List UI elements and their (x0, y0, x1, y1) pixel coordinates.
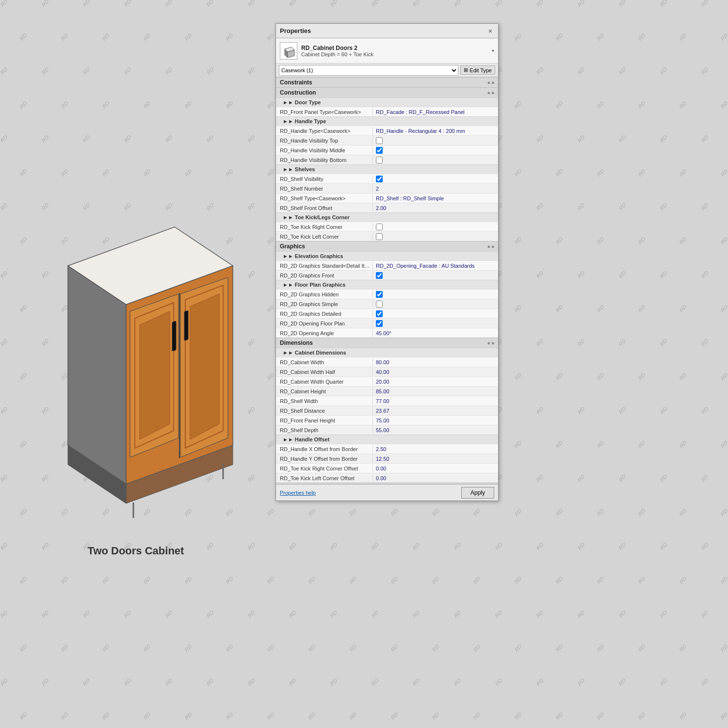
section-header-graphics[interactable]: Graphics« » (276, 241, 498, 251)
property-row: RD_Shelf Front Offset2.00 (276, 203, 498, 212)
watermark-text: RD (596, 100, 605, 110)
close-button[interactable]: × (486, 27, 494, 35)
watermark-text: RD (307, 575, 317, 585)
section-header-construction[interactable]: Construction« » (276, 87, 498, 97)
watermark-text: RD (348, 575, 358, 585)
watermark-text: RD (576, 0, 586, 8)
property-value[interactable] (373, 146, 498, 155)
property-value[interactable] (373, 290, 498, 299)
group-row[interactable]: ►► Elevation Graphics (276, 251, 498, 260)
watermark-text: RD (329, 0, 339, 8)
property-checkbox[interactable] (376, 176, 383, 182)
watermark-text: RD (411, 541, 421, 551)
watermark-text: RD (554, 32, 564, 42)
watermark-text: RD (348, 507, 358, 517)
watermark-text: RD (678, 32, 688, 42)
property-checkbox[interactable] (376, 301, 383, 307)
property-row: RD_Toe Kick Left Corner (276, 231, 498, 241)
property-row: RD_Handle X Offset from Border2.50 (276, 444, 498, 453)
property-value: RD_Shelf : RD_Shelf Simple (373, 194, 498, 202)
component-desc: Cabinet Depth = 60 + Toe Kick (301, 51, 488, 57)
property-name: RD_Shelf Front Offset (276, 204, 373, 212)
panel-toolbar: Casework (1) ⊞ Edit Type (276, 64, 498, 77)
property-value[interactable] (373, 232, 498, 241)
apply-button[interactable]: Apply (461, 487, 494, 499)
property-value[interactable] (373, 175, 498, 183)
group-row[interactable]: ►► Toe Kick/Legs Corner (276, 212, 498, 222)
watermark-text: RD (617, 0, 627, 8)
property-checkbox[interactable] (376, 157, 383, 163)
property-value[interactable] (373, 271, 498, 280)
property-value: 40.00 (373, 368, 498, 376)
watermark-text: RD (513, 439, 523, 449)
property-name: RD_2D Graphics Standard<Detail Items> (276, 262, 373, 270)
section-header-dimensions[interactable]: Dimensions« » (276, 338, 498, 348)
property-name: RD_Front Panel Type<Casework> (276, 108, 373, 116)
property-value-text: 23.67 (376, 408, 389, 414)
property-value[interactable] (373, 319, 498, 328)
watermark-text: RD (513, 304, 523, 313)
group-row[interactable]: ►► Cabinet Dimensions (276, 348, 498, 357)
property-row: RD_2D Opening Floor Plan (276, 318, 498, 328)
watermark-text: RD (453, 609, 462, 619)
watermark-text: RD (576, 66, 586, 76)
watermark-text: RD (513, 168, 523, 178)
component-icon (280, 42, 297, 60)
watermark-text: RD (596, 236, 605, 245)
watermark-text: RD (576, 677, 586, 687)
property-checkbox[interactable] (376, 320, 383, 327)
property-value[interactable] (373, 300, 498, 308)
edit-type-button[interactable]: ⊞ Edit Type (460, 65, 495, 75)
property-row: RD_Toe Kick Right Corner (276, 222, 498, 231)
watermark-text: RD (637, 168, 647, 178)
property-checkbox[interactable] (376, 137, 383, 144)
property-value-text: 2.00 (376, 205, 386, 211)
property-checkbox[interactable] (376, 233, 383, 240)
property-value[interactable] (373, 223, 498, 231)
watermark-text: RD (348, 711, 358, 721)
type-selector[interactable]: Casework (1) (279, 65, 458, 76)
group-row[interactable]: ►► Handle Offset (276, 435, 498, 444)
svg-rect-11 (184, 310, 188, 340)
property-name: RD_Handle Visibility Top (276, 137, 373, 145)
property-value[interactable] (373, 156, 498, 164)
property-value-text: 20.00 (376, 379, 389, 385)
watermark-text: RD (659, 134, 668, 144)
group-row[interactable]: ►► Floor Plan Graphics (276, 280, 498, 289)
watermark-text: RD (700, 677, 710, 687)
property-checkbox[interactable] (376, 272, 383, 279)
watermark-text: RD (554, 439, 564, 449)
component-name: RD_Cabinet Doors 2 (301, 45, 488, 51)
property-checkbox[interactable] (376, 291, 383, 298)
panel-content[interactable]: Constraints« »Construction« »►► Door Typ… (276, 77, 498, 484)
property-name: RD_Cabinet Width Half (276, 368, 373, 376)
property-value: 77.00 (373, 397, 498, 405)
property-name: RD_Cabinet Width (276, 358, 373, 366)
watermark-text: RD (554, 100, 564, 110)
group-row[interactable]: ►► Handle Type (276, 116, 498, 126)
watermark-text: RD (637, 100, 647, 110)
watermark-text: RD (637, 372, 647, 381)
help-link[interactable]: Properties help (280, 490, 316, 496)
group-row[interactable]: ►► Door Type (276, 97, 498, 107)
svg-marker-8 (190, 294, 219, 439)
watermark-text: RD (596, 711, 605, 721)
group-row[interactable]: ►► Shelves (276, 164, 498, 174)
watermark-text: RD (472, 507, 482, 517)
watermark-text: RD (513, 643, 523, 653)
property-checkbox[interactable] (376, 147, 383, 154)
property-name: RD_2D Opening Floor Plan (276, 320, 373, 327)
property-checkbox[interactable] (376, 310, 383, 317)
section-header-constraints[interactable]: Constraints« » (276, 77, 498, 87)
property-row: RD_2D Graphics Detailed (276, 308, 498, 318)
property-row: RD_Shelf Depth55.00 (276, 425, 498, 435)
property-checkbox[interactable] (376, 224, 383, 230)
property-value[interactable] (373, 136, 498, 145)
collapse-icon: « » (487, 340, 494, 346)
watermark-text: RD (329, 609, 339, 619)
property-name: RD_Shelf Number (276, 185, 373, 193)
property-name: RD_Cabinet Height (276, 388, 373, 395)
property-value[interactable] (373, 309, 498, 318)
property-row: RD_Cabinet Height85.00 (276, 386, 498, 396)
property-value: RD_Handle - Rectangular 4 : 200 mm (373, 127, 498, 135)
